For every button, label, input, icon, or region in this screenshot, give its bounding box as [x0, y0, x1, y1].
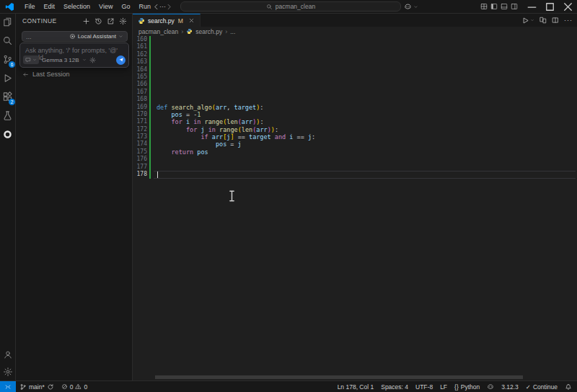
- activity-extensions[interactable]: 2: [0, 89, 15, 104]
- status-cursor-position[interactable]: Ln 178, Col 1: [334, 381, 378, 392]
- python-file-icon: [138, 17, 145, 24]
- status-notifications[interactable]: [561, 381, 576, 392]
- run-button[interactable]: [521, 17, 534, 24]
- code-line-170[interactable]: 170 pos = -1: [133, 111, 577, 118]
- toggle-sidebar-icon[interactable]: [490, 3, 498, 10]
- chat-input[interactable]: Ask anything, '/' for prompts, '@' to ad…: [19, 43, 129, 68]
- account-icon: [3, 349, 13, 360]
- branch-label: main*: [29, 383, 45, 391]
- line-number: 167: [133, 89, 147, 96]
- send-button[interactable]: [116, 55, 125, 65]
- line-number: 172: [133, 126, 147, 133]
- activity-search[interactable]: [0, 32, 15, 48]
- line-number: 168: [133, 96, 147, 103]
- forward-icon[interactable]: [165, 3, 173, 11]
- code-line-178[interactable]: 178: [133, 171, 577, 178]
- activity-run-debug[interactable]: [0, 70, 15, 86]
- horizontal-scrollbar[interactable]: [155, 375, 523, 379]
- menu-selection[interactable]: Selection: [59, 0, 94, 14]
- split-editor-icon[interactable]: [552, 17, 559, 24]
- line-number: 178: [133, 171, 147, 178]
- activity-accounts[interactable]: [0, 347, 15, 362]
- copilot-icon[interactable]: [404, 3, 412, 11]
- code-line-160[interactable]: 160: [133, 36, 577, 43]
- cursor-position-label: Ln 178, Col 1: [338, 383, 374, 391]
- status-encoding[interactable]: UTF-8: [412, 381, 436, 392]
- code-area[interactable]: 160161162163164165166167168169def search…: [133, 36, 577, 178]
- toggle-panel-icon[interactable]: [501, 3, 508, 10]
- warning-count: 0: [84, 383, 87, 391]
- status-continue[interactable]: ✓Continue: [522, 381, 561, 392]
- code-line-173[interactable]: 173 if arr[j] == target and i == j:: [133, 133, 577, 141]
- vscode-logo-icon: [5, 2, 14, 12]
- menu-edit[interactable]: Edit: [40, 0, 60, 14]
- code-line-165[interactable]: 165: [133, 74, 577, 81]
- breadcrumb-folder[interactable]: pacman_clean: [138, 28, 178, 35]
- last-session-link[interactable]: Last Session: [22, 71, 70, 78]
- tab-search-py[interactable]: search.py M: [133, 14, 201, 27]
- activity-source-control[interactable]: 6: [0, 51, 15, 67]
- code-line-164[interactable]: 164: [133, 66, 577, 74]
- code-line-162[interactable]: 162: [133, 51, 577, 58]
- gear-icon: [3, 367, 13, 377]
- toggle-secondary-sidebar-icon[interactable]: [511, 3, 518, 10]
- new-chat-icon[interactable]: [82, 17, 90, 25]
- code-line-169[interactable]: 169def search_algo(arr, target):: [133, 104, 577, 111]
- activity-manage[interactable]: [0, 364, 15, 380]
- code-line-175[interactable]: 175 return pos: [133, 148, 577, 156]
- mode-selector[interactable]: [23, 55, 39, 64]
- code-line-161[interactable]: 161: [133, 43, 577, 50]
- branch-icon: [19, 383, 27, 391]
- language-glyph: {}: [454, 383, 459, 391]
- tab-label: search.py: [148, 17, 175, 24]
- close-tab-icon[interactable]: [188, 17, 195, 24]
- send-icon: [118, 57, 124, 63]
- chevron-down-icon[interactable]: [413, 4, 418, 9]
- status-python-version[interactable]: 3.12.3: [498, 381, 522, 392]
- settings-gear-icon[interactable]: [119, 17, 127, 25]
- status-language[interactable]: {}Python: [451, 381, 483, 392]
- code-line-163[interactable]: 163: [133, 58, 577, 66]
- sidebar-continue-panel: CONTINUE ... Local Assistant Ask anythin…: [16, 14, 133, 380]
- menu-view[interactable]: View: [94, 0, 117, 14]
- code-line-168[interactable]: 168: [133, 96, 577, 103]
- code-line-176[interactable]: 176: [133, 156, 577, 163]
- code-line-172[interactable]: 172 for j in range(len(arr)):: [133, 126, 577, 133]
- code-line-171[interactable]: 171 for i in range(len(arr)):: [133, 118, 577, 125]
- model-settings-icon[interactable]: [89, 57, 96, 63]
- code-line-166[interactable]: 166: [133, 81, 577, 88]
- breadcrumb-symbol[interactable]: ...: [230, 28, 235, 35]
- activity-continue[interactable]: [0, 126, 15, 142]
- customize-layout-icon[interactable]: [480, 3, 488, 10]
- status-copilot[interactable]: [483, 381, 498, 392]
- code-line-174[interactable]: 174 pos = j: [133, 141, 577, 148]
- remote-indicator[interactable]: [0, 381, 16, 392]
- model-selector[interactable]: Gemma 3 12B: [42, 57, 79, 63]
- status-indentation[interactable]: Spaces: 4: [377, 381, 412, 392]
- chat-input-toolbar: Gemma 3 12B: [23, 55, 125, 65]
- open-in-editor-icon[interactable]: [107, 17, 115, 25]
- status-eol[interactable]: LF: [436, 381, 451, 392]
- close-window-button[interactable]: [559, 0, 577, 14]
- errors-icon: [61, 383, 68, 390]
- history-icon[interactable]: [94, 17, 102, 25]
- maximize-button[interactable]: [541, 0, 559, 14]
- open-changes-icon[interactable]: [539, 17, 547, 24]
- editor-group: search.py M ··· pacman_clean › search.py…: [133, 14, 577, 380]
- code-line-167[interactable]: 167: [133, 89, 577, 96]
- breadcrumb-file[interactable]: search.py: [195, 28, 222, 35]
- more-actions-icon[interactable]: ···: [564, 17, 573, 24]
- assistant-selector[interactable]: ... Local Assistant: [22, 31, 128, 42]
- activity-explorer[interactable]: [0, 14, 15, 30]
- status-branch[interactable]: main*: [16, 381, 58, 392]
- minimize-button[interactable]: [523, 0, 541, 14]
- command-center-search[interactable]: pacman_clean: [180, 1, 401, 12]
- back-icon[interactable]: [152, 3, 160, 11]
- menu-file[interactable]: File: [20, 0, 40, 14]
- line-number: 162: [133, 51, 147, 58]
- code-line-177[interactable]: 177: [133, 164, 577, 171]
- breadcrumb-separator: ›: [181, 28, 183, 35]
- menu-go[interactable]: Go: [117, 0, 134, 14]
- activity-testing[interactable]: [0, 107, 15, 123]
- status-problems[interactable]: 0 0: [58, 381, 91, 392]
